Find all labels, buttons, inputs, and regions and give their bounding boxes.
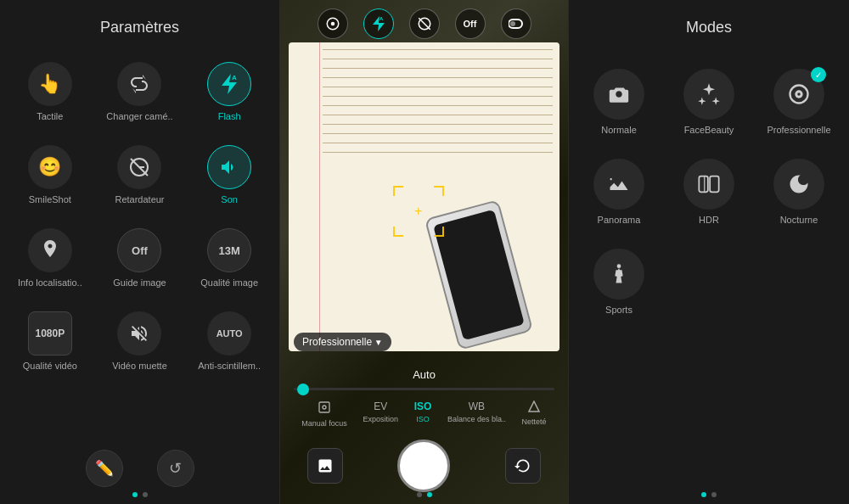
- settings-footer: ✏️ ↺: [0, 450, 279, 487]
- param-nettete[interactable]: Netteté: [522, 400, 547, 428]
- hdr-label: HDR: [699, 215, 719, 225]
- svg-point-20: [617, 264, 621, 268]
- anti-scintillem-label: Anti-scintillem..: [191, 361, 267, 371]
- modes-grid: Normale FaceBeauty ✓ Professionnelle Pan…: [569, 57, 849, 323]
- setting-changer-came[interactable]: Changer camé..: [97, 50, 183, 130]
- qualite-image-value: 13M: [207, 228, 251, 272]
- changer-came-label: Changer camé..: [102, 111, 178, 121]
- info-localisation-label: Info localisatio..: [12, 277, 88, 288]
- sports-icon: [593, 249, 644, 300]
- nettete-icon: [528, 400, 540, 415]
- modes-dot-2: [711, 492, 717, 497]
- line: [323, 124, 553, 125]
- qualite-video-value: 1080P: [28, 311, 72, 356]
- param-manual-focus[interactable]: Manual focus: [301, 400, 347, 428]
- qualite-video-label: Qualité vidéo: [12, 361, 88, 371]
- mode-sports[interactable]: Sports: [576, 237, 662, 323]
- panorama-icon: [593, 159, 644, 210]
- auto-label: Auto: [294, 368, 554, 381]
- svg-point-5: [330, 22, 335, 26]
- settings-panel: Paramètres 👆 Tactile Changer camé.. A: [0, 0, 280, 504]
- iso-label: ISO: [416, 415, 430, 423]
- flash-auto-icon[interactable]: A: [363, 8, 394, 39]
- setting-info-localisation[interactable]: Info localisatio..: [7, 216, 93, 296]
- setting-qualite-image[interactable]: 13M Qualité image: [186, 216, 273, 296]
- line: [323, 133, 553, 134]
- param-wb[interactable]: WB Balance des bla..: [447, 400, 506, 428]
- line: [323, 96, 553, 97]
- retardateur-icon: [117, 145, 161, 189]
- camera-panel: A Off Professionnelle Auto: [280, 0, 569, 504]
- param-ev[interactable]: EV Exposition: [363, 400, 398, 428]
- mode-panorama[interactable]: Panorama: [576, 147, 662, 233]
- gallery-button[interactable]: [307, 448, 343, 484]
- anti-scintillem-icon: AUTO: [207, 311, 251, 356]
- reticle-corner-tl: [393, 186, 403, 196]
- tactile-label: Tactile: [12, 111, 88, 121]
- setting-smileshot[interactable]: 😊 SmileShot: [7, 133, 93, 213]
- svg-rect-17: [699, 176, 708, 193]
- param-iso[interactable]: ISO ISO: [414, 400, 432, 428]
- line: [323, 105, 553, 106]
- mode-facebeauty[interactable]: FaceBeauty: [666, 57, 752, 143]
- setting-retardateur[interactable]: Retardateur: [97, 133, 183, 213]
- retardateur-label: Retardateur: [102, 194, 178, 204]
- scene-mode-icon[interactable]: [318, 8, 348, 39]
- line: [323, 59, 553, 59]
- edit-button[interactable]: ✏️: [86, 450, 123, 487]
- mode-nocturne[interactable]: Nocturne: [756, 147, 842, 233]
- setting-tactile[interactable]: 👆 Tactile: [7, 50, 93, 130]
- reset-button[interactable]: ↺: [157, 450, 194, 487]
- dot-2: [143, 492, 148, 497]
- mode-hdr[interactable]: HDR: [666, 147, 752, 233]
- svg-point-10: [510, 21, 515, 26]
- mode-normale[interactable]: Normale: [576, 57, 662, 143]
- nocturne-icon: [773, 159, 824, 210]
- ev-label: Exposition: [363, 415, 398, 423]
- no-filter-icon[interactable]: [409, 8, 440, 39]
- shutter-button[interactable]: [397, 440, 450, 492]
- setting-guide-image[interactable]: Off Guide image: [97, 216, 183, 296]
- info-localisation-icon: [28, 228, 72, 272]
- toggle-icon[interactable]: [501, 8, 531, 39]
- modes-panel: Modes Normale FaceBeauty ✓ Professionnel…: [569, 0, 849, 504]
- setting-qualite-video[interactable]: 1080P Qualité vidéo: [7, 300, 93, 379]
- svg-rect-11: [319, 402, 329, 412]
- panorama-label: Panorama: [598, 215, 641, 225]
- setting-flash[interactable]: A Flash: [186, 50, 273, 130]
- reticle-corner-br: [434, 227, 444, 237]
- qualite-image-label: Qualité image: [191, 277, 267, 288]
- setting-anti-scintillem[interactable]: AUTO Anti-scintillem..: [186, 300, 273, 379]
- settings-dots: [0, 492, 279, 497]
- video-muette-icon: [117, 311, 161, 356]
- flash-label: Flash: [191, 111, 267, 121]
- line: [323, 49, 553, 50]
- modes-dot-1: [701, 492, 706, 497]
- camera-bottom: [280, 440, 568, 492]
- nettete-label: Netteté: [522, 417, 547, 426]
- modes-title: Modes: [569, 0, 849, 50]
- camera-toolbar: A Off: [318, 8, 531, 39]
- reticle-corner-tr: [434, 186, 444, 196]
- switch-camera-button[interactable]: [505, 448, 541, 484]
- professionnelle-icon: ✓: [773, 69, 824, 120]
- settings-title: Paramètres: [0, 0, 279, 50]
- mode-professionnelle[interactable]: ✓ Professionnelle: [756, 57, 842, 143]
- notebook-margin: [319, 42, 320, 351]
- line: [323, 152, 553, 153]
- svg-marker-13: [529, 401, 539, 412]
- exposure-slider[interactable]: [294, 388, 554, 390]
- sports-label: Sports: [605, 305, 633, 315]
- slider-thumb: [297, 384, 309, 395]
- camera-controls: Auto Manual focus EV Exposition ISO ISO …: [280, 368, 568, 428]
- video-muette-label: Vidéo muette: [102, 361, 178, 371]
- camera-params: Manual focus EV Exposition ISO ISO WB Ba…: [294, 400, 554, 428]
- mode-badge[interactable]: Professionnelle: [294, 333, 391, 351]
- line: [323, 68, 553, 69]
- off-text-icon[interactable]: Off: [455, 8, 486, 39]
- svg-text:A: A: [380, 16, 384, 21]
- setting-video-muette[interactable]: Vidéo muette: [97, 300, 183, 379]
- setting-son[interactable]: Son: [186, 133, 273, 213]
- mode-check: ✓: [811, 67, 826, 82]
- guide-image-label: Guide image: [102, 277, 178, 288]
